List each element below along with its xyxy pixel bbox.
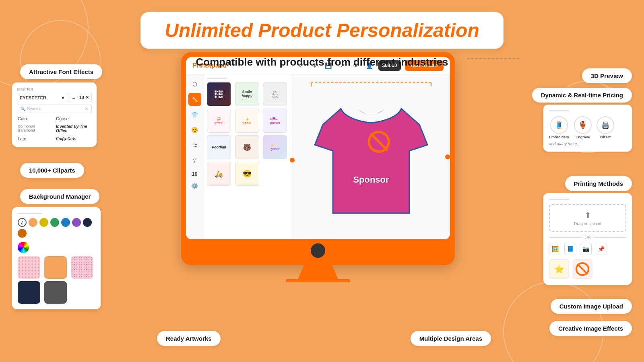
tshirt-container: Sponsor <box>311 93 431 221</box>
artwork-thumb-4[interactable]: 🍰sweet <box>207 109 231 133</box>
3d-cube-icon[interactable]: ⬡ <box>188 78 201 90</box>
monitor-frame: PrintXpand™ ⤢ ⬇ 💾 ↗ 👁 👤 $99.00 Add To Ca… <box>181 52 455 265</box>
monitor-bottom <box>186 239 450 260</box>
or-divider: OR <box>549 235 626 240</box>
color-swatch-navy[interactable] <box>83 218 92 227</box>
dynamic-pricing-label: Dynamic & Real-time Pricing <box>532 88 632 103</box>
preview-3d-container: 3D Preview <box>582 68 632 83</box>
right-panel: 3D Preview Dynamic & Real-time Pricing 🧵… <box>523 64 636 362</box>
main-title-box: Unlimited Product Personalization <box>140 12 503 49</box>
sponsor-text: Sponsor <box>353 175 389 185</box>
texture-orange[interactable] <box>44 256 67 279</box>
engrave-label: Engrave <box>576 135 590 139</box>
embroidery-label: Embroidery <box>549 135 569 139</box>
multiple-design-label: Multiple Design Areas <box>411 331 491 346</box>
color-swatch-yellow[interactable] <box>39 218 48 227</box>
artwork-thumb-6[interactable]: ciRLpower <box>263 109 287 133</box>
artwork-thumb-9[interactable]: ✨glitter <box>263 135 287 159</box>
font-name-input[interactable]: EYESEPTER ▼ <box>17 93 68 102</box>
no-sign-overlay <box>368 131 390 153</box>
offset-item: 🖨️ Offset <box>597 116 614 139</box>
center-area: PrintXpand™ ⤢ ⬇ 💾 ↗ 👁 👤 $99.00 Add To Ca… <box>113 52 523 362</box>
color-swatch-orange[interactable] <box>29 218 37 227</box>
main-title: Unlimited Product Personalization <box>165 19 479 41</box>
color-swatch-purple[interactable] <box>72 218 81 227</box>
no-sign-small <box>576 262 589 276</box>
texture-grid <box>18 256 95 304</box>
font-enter-text-label: Enter Text <box>17 87 92 91</box>
header-area: Unlimited Product Personalization Compat… <box>0 0 644 68</box>
upload-card: ⬆ Drag or Upload OR 🖼️ 📘 📷 📌 ⭐ <box>543 193 632 285</box>
upload-divider <box>549 199 569 200</box>
artwork-thumb-1[interactable]: THINKTHINKTHINK <box>207 82 231 106</box>
right-connector-dot <box>445 154 450 159</box>
rainbow-color-btn[interactable] <box>18 242 29 253</box>
shirt-icon[interactable]: 👕 <box>188 108 201 121</box>
texture-dark-navy[interactable] <box>18 281 40 304</box>
side-icons: ⬡ ✏️ 👕 😊 🗂 𝓣 10 ⚙️ <box>186 74 204 239</box>
printing-methods-label: Printing Methods <box>565 176 632 191</box>
layers-icon[interactable]: 🗂 <box>188 139 201 152</box>
artwork-thumb-3[interactable]: YouMakeSmile <box>263 82 287 106</box>
font-item-cairo: Cairo <box>17 115 54 122</box>
computer-upload-icon[interactable]: 🖼️ <box>549 243 561 255</box>
artwork-thumb-8[interactable]: 🐻 <box>235 135 259 159</box>
ready-artworks-label: Ready Artworks <box>157 331 221 346</box>
bg-divider <box>18 213 42 214</box>
bg-manager-card: ✓ <box>12 207 101 309</box>
artwork-thumb-10[interactable]: 🛵 <box>207 162 231 186</box>
left-panel: Attractive Font Effects Enter Text EYESE… <box>8 64 113 362</box>
layer-number: 10 <box>192 171 197 177</box>
artwork-thumb-11[interactable]: 😎 <box>235 162 259 186</box>
upload-drop-zone[interactable]: ⬆ Drag or Upload <box>549 204 626 232</box>
color-swatch-white[interactable]: ✓ <box>18 218 27 227</box>
texture-dark-gray[interactable] <box>44 281 67 304</box>
font-size-input[interactable]: – 18 ✕ <box>70 93 92 102</box>
no-sign-line <box>369 132 388 151</box>
print-more-text: and many more... <box>549 142 626 146</box>
text-icon[interactable]: 𝓣 <box>188 154 201 167</box>
ready-artworks-container: Ready Artworks <box>157 331 221 346</box>
color-swatches: ✓ <box>18 218 95 238</box>
offset-label: Offset <box>600 135 611 139</box>
no-sign-line-small <box>577 263 588 275</box>
monitor-knob <box>311 243 325 258</box>
tshirt-canvas: Sponsor <box>292 74 450 239</box>
settings-icon[interactable]: ⚙️ <box>188 179 201 192</box>
artwork-thumb-empty <box>263 162 287 186</box>
tshirt-svg <box>311 93 431 225</box>
pinterest-icon[interactable]: 📌 <box>595 243 607 255</box>
color-swatch-blue[interactable] <box>61 218 70 227</box>
artwork-grid: THINKTHINKTHINK Smilehappy YouMakeSmile … <box>207 82 289 186</box>
instagram-icon[interactable]: 📷 <box>580 243 592 255</box>
texture-pink-dots[interactable] <box>18 256 40 279</box>
facebook-icon[interactable]: 📘 <box>564 243 576 255</box>
color-swatch-brown[interactable] <box>18 229 27 238</box>
uploaded-thumbs: ⭐ <box>549 259 626 279</box>
pencil-icon[interactable]: ✏️ <box>188 93 201 106</box>
font-input-row: EYESEPTER ▼ – 18 ✕ <box>17 93 92 102</box>
artwork-thumb-2[interactable]: Smilehappy <box>235 82 259 106</box>
creative-effects-container: Creative Image Effects <box>549 321 632 336</box>
monitor-stand <box>298 265 338 279</box>
printing-icons: 🧵 Embroidery 🏺 Engrave 🖨️ Offset <box>549 116 626 139</box>
subtitle: Compatible with products from different … <box>0 56 644 68</box>
creative-effects-label: Creative Image Effects <box>549 321 632 336</box>
font-item-invented: Invented By The Office <box>55 123 92 134</box>
font-search-input[interactable]: 🔍 Search ✕ <box>17 105 92 113</box>
offset-icon: 🖨️ <box>597 116 614 134</box>
artwork-thumb-7[interactable]: Football <box>207 135 231 159</box>
uploaded-thumb-1[interactable]: ⭐ <box>549 259 569 279</box>
face-icon[interactable]: 😊 <box>188 123 201 136</box>
upload-drag-text: Drag or Upload <box>574 222 601 226</box>
left-connector-dot <box>290 158 295 162</box>
color-swatch-green[interactable] <box>50 218 59 227</box>
artwork-thumb-5[interactable]: 🍦treats <box>235 109 259 133</box>
cliparts-label: 10,000+ Cliparts <box>20 163 84 178</box>
texture-pink-light[interactable] <box>71 256 93 279</box>
custom-upload-container: Custom Image Upload <box>551 299 632 314</box>
embroidery-item: 🧵 Embroidery <box>549 116 569 139</box>
uploaded-thumb-2[interactable] <box>572 259 592 279</box>
or-line-right <box>593 237 627 238</box>
social-icons: 🖼️ 📘 📷 📌 <box>549 243 626 255</box>
